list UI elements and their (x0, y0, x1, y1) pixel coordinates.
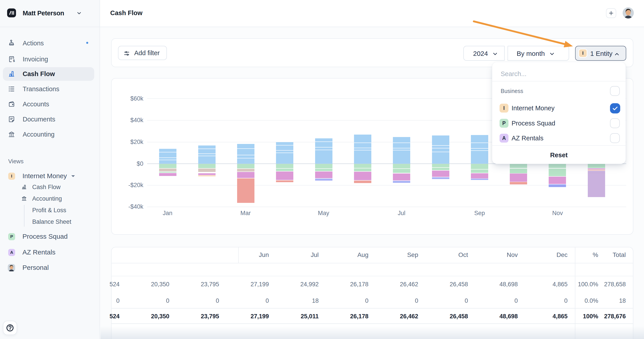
svg-text:$: $ (13, 59, 15, 63)
